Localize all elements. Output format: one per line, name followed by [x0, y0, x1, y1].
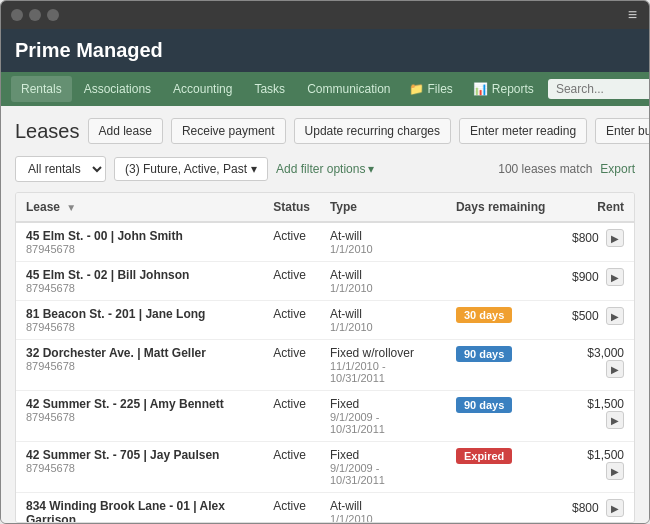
lease-type-cell: Fixed w/rollover 11/1/2010 - 10/31/2011: [320, 340, 446, 391]
lease-type: Fixed w/rollover: [330, 346, 436, 360]
lease-days-cell: 90 days: [446, 391, 555, 442]
nav-item-accounting[interactable]: Accounting: [163, 76, 242, 102]
lease-date: 1/1/2010: [330, 282, 436, 294]
lease-rent-cell: $1,500 ▶: [555, 442, 634, 493]
lease-days-cell: 30 days: [446, 301, 555, 340]
lease-date: 1/1/2010: [330, 321, 436, 333]
lease-name: 834 Winding Brook Lane - 01 | Alex Garri…: [26, 499, 253, 523]
enter-meter-button[interactable]: Enter meter reading: [459, 118, 587, 144]
lease-action-btn[interactable]: ▶: [606, 268, 624, 286]
lease-type: At-will: [330, 268, 436, 282]
table-row[interactable]: 42 Summer St. - 705 | Jay Paulsen 879456…: [16, 442, 634, 493]
receive-payment-button[interactable]: Receive payment: [171, 118, 286, 144]
lease-type-cell: At-will 1/1/2010: [320, 222, 446, 262]
lease-action-btn[interactable]: ▶: [606, 360, 624, 378]
chart-icon: 📊: [473, 82, 488, 96]
lease-name: 32 Dorchester Ave. | Matt Geller: [26, 346, 253, 360]
lease-date: 9/1/2009 - 10/31/2011: [330, 411, 436, 435]
lease-type-cell: Fixed 9/1/2009 - 10/31/2011: [320, 442, 446, 493]
days-badge: 90 days: [456, 346, 512, 362]
lease-name-cell: 834 Winding Brook Lane - 01 | Alex Garri…: [16, 493, 263, 524]
lease-name-cell: 81 Beacon St. - 201 | Jane Long 87945678: [16, 301, 263, 340]
col-lease[interactable]: Lease ▼: [16, 193, 263, 222]
lease-action-btn[interactable]: ▶: [606, 462, 624, 480]
app-title: Prime Managed: [15, 39, 635, 62]
menu-icon[interactable]: ≡: [628, 6, 639, 24]
navbar-right: 📁 Files 📊 Reports: [403, 79, 651, 99]
enter-bulk-button[interactable]: Enter bulk charges: [595, 118, 649, 144]
update-recurring-button[interactable]: Update recurring charges: [294, 118, 451, 144]
table-row[interactable]: 32 Dorchester Ave. | Matt Geller 8794567…: [16, 340, 634, 391]
lease-status-cell: Active: [263, 442, 320, 493]
rental-filter-select[interactable]: All rentals: [15, 156, 106, 182]
app-header: Prime Managed: [1, 29, 649, 72]
reports-button[interactable]: 📊 Reports: [467, 79, 540, 99]
lease-action-btn[interactable]: ▶: [606, 307, 624, 325]
maximize-btn[interactable]: [47, 9, 59, 21]
navbar: Rentals Associations Accounting Tasks Co…: [1, 72, 649, 106]
lease-type: At-will: [330, 307, 436, 321]
nav-item-communication[interactable]: Communication: [297, 76, 400, 102]
nav-item-rentals[interactable]: Rentals: [11, 76, 72, 102]
status-filter-badge[interactable]: (3) Future, Active, Past ▾: [114, 157, 268, 181]
page-header: Leases Add lease Receive payment Update …: [15, 118, 635, 144]
lease-action-btn[interactable]: ▶: [606, 229, 624, 247]
search-input[interactable]: [548, 79, 650, 99]
export-button[interactable]: Export: [600, 162, 635, 176]
lease-rent: $3,000: [587, 346, 624, 360]
close-btn[interactable]: [11, 9, 23, 21]
lease-type-cell: At-will 1/1/2010: [320, 301, 446, 340]
table-header-row: Lease ▼ Status Type Days remaining Rent: [16, 193, 634, 222]
sort-icon-lease: ▼: [66, 202, 76, 213]
lease-action-btn[interactable]: ▶: [606, 499, 624, 517]
folder-icon: 📁: [409, 82, 424, 96]
lease-name: 45 Elm St. - 00 | John Smith: [26, 229, 253, 243]
lease-status-cell: Active: [263, 262, 320, 301]
lease-status-cell: Active: [263, 493, 320, 524]
lease-days-cell: Expired: [446, 442, 555, 493]
lease-rent-cell: $500 ▶: [555, 301, 634, 340]
nav-item-tasks[interactable]: Tasks: [244, 76, 295, 102]
table-body: 45 Elm St. - 00 | John Smith 87945678 Ac…: [16, 222, 634, 523]
col-rent: Rent: [555, 193, 634, 222]
lease-name: 42 Summer St. - 705 | Jay Paulsen: [26, 448, 253, 462]
col-type: Type: [320, 193, 446, 222]
nav-item-associations[interactable]: Associations: [74, 76, 161, 102]
lease-action-btn[interactable]: ▶: [606, 411, 624, 429]
lease-rent: $900: [572, 270, 599, 284]
lease-rent-cell: $1,500 ▶: [555, 391, 634, 442]
lease-type: At-will: [330, 499, 436, 513]
titlebar: ≡: [1, 1, 649, 29]
lease-date: 1/1/2010: [330, 513, 436, 523]
lease-id: 87945678: [26, 462, 253, 474]
days-badge: Expired: [456, 448, 512, 464]
add-lease-button[interactable]: Add lease: [88, 118, 163, 144]
lease-rent-cell: $800 ▶: [555, 493, 634, 524]
lease-name-cell: 42 Summer St. - 225 | Amy Bennett 879456…: [16, 391, 263, 442]
lease-id: 87945678: [26, 282, 253, 294]
lease-name: 45 Elm St. - 02 | Bill Johnson: [26, 268, 253, 282]
add-filter-button[interactable]: Add filter options ▾: [276, 162, 374, 176]
lease-days-cell: [446, 493, 555, 524]
lease-days-cell: [446, 262, 555, 301]
lease-id: 87945678: [26, 360, 253, 372]
lease-status-cell: Active: [263, 301, 320, 340]
lease-status-cell: Active: [263, 391, 320, 442]
table-row[interactable]: 42 Summer St. - 225 | Amy Bennett 879456…: [16, 391, 634, 442]
table-row[interactable]: 81 Beacon St. - 201 | Jane Long 87945678…: [16, 301, 634, 340]
table-row[interactable]: 45 Elm St. - 02 | Bill Johnson 87945678 …: [16, 262, 634, 301]
chevron-down-icon: ▾: [251, 162, 257, 176]
minimize-btn[interactable]: [29, 9, 41, 21]
lease-rent-cell: $3,000 ▶: [555, 340, 634, 391]
lease-date: 1/1/2010: [330, 243, 436, 255]
leases-table-container: Lease ▼ Status Type Days remaining Rent …: [15, 192, 635, 523]
lease-date: 11/1/2010 - 10/31/2011: [330, 360, 436, 384]
window-controls: [11, 9, 59, 21]
lease-name: 81 Beacon St. - 201 | Jane Long: [26, 307, 253, 321]
table-row[interactable]: 45 Elm St. - 00 | John Smith 87945678 Ac…: [16, 222, 634, 262]
lease-rent: $500: [572, 309, 599, 323]
files-button[interactable]: 📁 Files: [403, 79, 459, 99]
lease-id: 87945678: [26, 411, 253, 423]
table-row[interactable]: 834 Winding Brook Lane - 01 | Alex Garri…: [16, 493, 634, 524]
lease-type: At-will: [330, 229, 436, 243]
